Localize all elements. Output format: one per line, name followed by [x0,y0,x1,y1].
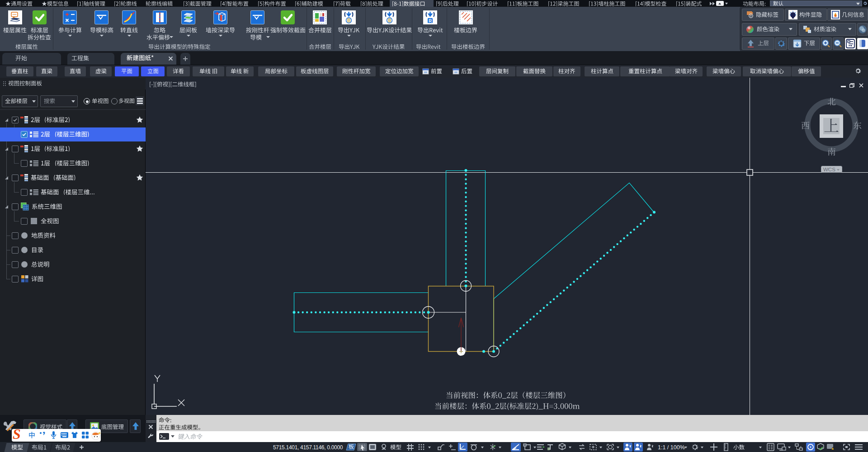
svg-text:R: R [429,19,432,24]
